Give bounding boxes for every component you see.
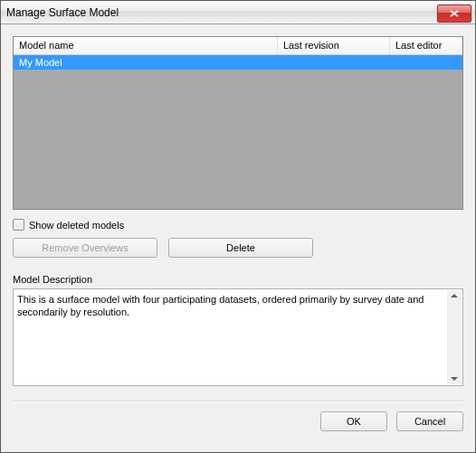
show-deleted-row[interactable]: Show deleted models (13, 219, 463, 231)
model-description-label: Model Description (13, 274, 463, 285)
scroll-up-icon (451, 294, 458, 297)
window-title: Manage Surface Model (6, 6, 437, 19)
separator (13, 401, 463, 402)
delete-button[interactable]: Delete (168, 238, 313, 258)
close-icon (450, 10, 459, 17)
list-row[interactable]: My Model (14, 55, 462, 70)
button-row: Remove Overviews Delete (13, 238, 463, 258)
close-button[interactable] (437, 5, 471, 23)
model-list[interactable]: Model name Last revision Last editor My … (13, 36, 463, 210)
client-area: Model name Last revision Last editor My … (1, 24, 475, 452)
ok-button[interactable]: OK (320, 411, 387, 431)
cell-model-name: My Model (14, 57, 278, 68)
model-description-textarea[interactable]: This is a surface model with four partic… (13, 288, 463, 386)
col-header-last-editor[interactable]: Last editor (390, 37, 462, 54)
list-header: Model name Last revision Last editor (14, 37, 462, 55)
col-header-last-revision[interactable]: Last revision (278, 37, 390, 54)
description-scrollbar[interactable] (447, 290, 462, 384)
show-deleted-label: Show deleted models (29, 220, 124, 231)
dialog-button-row: OK Cancel (13, 411, 463, 431)
scroll-down-icon (451, 377, 458, 381)
dialog-window: Manage Surface Model Model name Last rev… (0, 0, 476, 453)
titlebar: Manage Surface Model (1, 1, 475, 24)
model-description-text: This is a surface model with four partic… (17, 294, 424, 317)
remove-overviews-button[interactable]: Remove Overviews (13, 238, 157, 258)
col-header-model-name[interactable]: Model name (14, 37, 278, 54)
cancel-button[interactable]: Cancel (396, 411, 463, 431)
show-deleted-checkbox[interactable] (13, 219, 24, 231)
